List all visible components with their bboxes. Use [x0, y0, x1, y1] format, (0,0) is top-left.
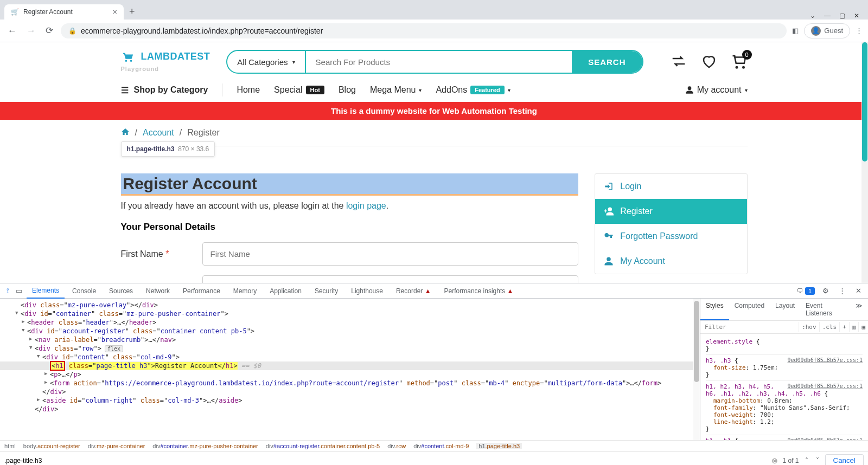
dom-node[interactable]: ▶<form action="https://ecommerce-playgro…	[0, 379, 700, 388]
maximize-button[interactable]: ▢	[839, 12, 845, 20]
dom-node[interactable]: </div>	[0, 405, 700, 414]
bc-body[interactable]: body.account-register	[23, 443, 80, 449]
sidebar-item-my-account[interactable]: My Account	[595, 249, 746, 274]
dom-node[interactable]: ▼<div id="container" class="mz-pure-push…	[0, 309, 700, 318]
last-name-input[interactable]	[202, 275, 579, 283]
bc-html[interactable]: html	[4, 443, 16, 449]
tab-sources[interactable]: Sources	[104, 284, 138, 298]
dom-breadcrumb: html body.account-register div.mz-pure-c…	[0, 440, 868, 451]
styles-tab-event-listeners[interactable]: Event Listeners	[800, 299, 850, 320]
styles-rules[interactable]: element.style {} 9ed09db6f85…8b57e.css:1…	[700, 334, 868, 440]
wishlist-button[interactable]	[701, 53, 717, 71]
search-category-dropdown[interactable]: All Categories ▾	[227, 51, 305, 73]
tab-security[interactable]: Security	[309, 284, 343, 298]
cancel-button[interactable]: Cancel	[825, 454, 864, 465]
tab-lighthouse[interactable]: Lighthouse	[346, 284, 388, 298]
bc-h1[interactable]: h1.page-title.h3	[476, 443, 522, 449]
gear-icon[interactable]: ⚙	[820, 286, 831, 296]
new-rule-button[interactable]: +	[839, 322, 849, 332]
clear-search-button[interactable]: ⊗	[771, 456, 778, 465]
tab-network[interactable]: Network	[141, 284, 175, 298]
dom-node[interactable]: ▼<div class="row">flex	[0, 344, 700, 353]
hov-button[interactable]: :hov	[799, 322, 819, 332]
shop-by-category-button[interactable]: ☰ Shop by Category	[121, 85, 208, 95]
close-icon[interactable]: ×	[113, 8, 117, 16]
chevron-down-icon[interactable]: ⌄	[810, 12, 815, 20]
dom-node[interactable]: </div>	[0, 388, 700, 396]
computed-toggle-button[interactable]: ▥	[849, 322, 859, 332]
breadcrumb-account[interactable]: Account	[143, 128, 174, 138]
url-input[interactable]: 🔒 ecommerce-playground.lambdatest.io/ind…	[61, 23, 787, 38]
device-toolbar-button[interactable]: ▭	[14, 286, 24, 296]
styles-tab-computed[interactable]: Computed	[729, 299, 770, 320]
reload-button[interactable]: ⟳	[43, 23, 55, 38]
login-page-link[interactable]: login page	[346, 201, 386, 210]
forward-button[interactable]: →	[24, 23, 38, 38]
tab-application[interactable]: Application	[264, 284, 307, 298]
css-source-link[interactable]: 9ed09db6f85…8b57e.css:1	[788, 383, 863, 389]
dom-node[interactable]: ▼<div id="content" class="col-md-9">	[0, 353, 700, 361]
dom-node[interactable]: <div class="mz-pure-overlay"></div>	[0, 301, 700, 309]
cart-button[interactable]: 0	[731, 53, 748, 71]
nav-special[interactable]: SpecialHot	[274, 85, 324, 95]
nav-addons[interactable]: AddOnsFeatured▾	[436, 85, 510, 95]
bc-div1[interactable]: div.mz-pure-container	[88, 443, 145, 449]
search-prev-button[interactable]: ˄	[803, 457, 810, 464]
dom-node[interactable]: ▶<header class="header">…</header>	[0, 318, 700, 327]
sidebar-item-register[interactable]: Register	[595, 199, 746, 224]
scrollbar-thumb[interactable]	[694, 301, 699, 382]
search-next-button[interactable]: ˅	[814, 457, 821, 464]
profile-button[interactable]: 👤 Guest	[804, 23, 850, 38]
minimize-button[interactable]: —	[824, 12, 831, 20]
close-devtools-button[interactable]: ✕	[853, 286, 864, 296]
styles-tab-styles[interactable]: Styles	[700, 299, 729, 320]
browser-tab[interactable]: 🛒 Register Account ×	[4, 4, 124, 20]
bc-div5[interactable]: div#content.col-md-9	[413, 443, 469, 449]
nav-blog[interactable]: Blog	[339, 85, 356, 95]
styles-filter-input[interactable]	[700, 321, 799, 333]
back-button[interactable]: ←	[5, 23, 19, 38]
sidebar-item-forgotten-password[interactable]: Forgotten Password	[595, 224, 746, 249]
tab-elements[interactable]: Elements	[27, 283, 65, 299]
tab-performance[interactable]: Performance	[177, 284, 226, 298]
tab-memory[interactable]: Memory	[228, 284, 262, 298]
sidebar-item-login[interactable]: Login	[595, 174, 746, 199]
dom-tree[interactable]: ⋯ <div class="mz-pure-overlay"></div> ▼<…	[0, 299, 700, 440]
menu-icon[interactable]: ⋮	[856, 27, 863, 35]
kebab-icon[interactable]: ⋮	[837, 286, 848, 296]
scrollbar-thumb[interactable]	[862, 42, 867, 162]
nav-home[interactable]: Home	[237, 85, 260, 95]
css-source-link[interactable]: 9ed09db6f85…8b57e.css:1	[788, 357, 863, 363]
tab-performance-insights[interactable]: Performance insights ▲	[439, 284, 519, 298]
viewport-scrollbar[interactable]: ▴	[861, 42, 868, 283]
inspect-element-button[interactable]: ⟟	[4, 286, 11, 296]
tab-recorder[interactable]: Recorder ▲	[391, 284, 437, 298]
first-name-input[interactable]	[202, 242, 579, 266]
search-button[interactable]: SEARCH	[572, 51, 642, 73]
bc-div3[interactable]: div#account-register.container.content.p…	[266, 443, 380, 449]
search-input[interactable]	[306, 51, 572, 73]
styles-tab-layout[interactable]: Layout	[770, 299, 800, 320]
tab-console[interactable]: Console	[67, 284, 101, 298]
bc-div4[interactable]: div.row	[387, 443, 406, 449]
close-window-button[interactable]: ✕	[854, 12, 859, 20]
new-tab-button[interactable]: +	[124, 4, 141, 20]
issues-icon[interactable]: 🗨 1	[797, 287, 815, 295]
styles-side-button[interactable]: ▣	[858, 322, 868, 332]
panel-icon[interactable]: ◧	[792, 27, 799, 35]
dom-node[interactable]: ▶<p>…</p>	[0, 370, 700, 379]
devtools-search-input[interactable]	[4, 455, 767, 466]
bc-div2[interactable]: div#container.mz-pure-pusher-container	[152, 443, 258, 449]
cls-button[interactable]: .cls	[819, 322, 840, 332]
nav-my-account[interactable]: My account▾	[685, 85, 748, 95]
dom-node[interactable]: ▼<div id="account-register" class="conta…	[0, 327, 700, 335]
compare-button[interactable]	[671, 53, 687, 71]
dom-node[interactable]: ▶<aside id="column-right" class="col-md-…	[0, 396, 700, 405]
dom-scrollbar[interactable]	[693, 299, 700, 440]
nav-mega-menu[interactable]: Mega Menu▾	[370, 85, 422, 95]
dom-node[interactable]: ▶<nav aria-label="breadcrumb">…</nav>	[0, 335, 700, 344]
dom-node-selected[interactable]: <h1 class="page-title h3">Register Accou…	[0, 361, 700, 370]
styles-more[interactable]: ≫	[850, 299, 868, 320]
site-logo[interactable]: LAMBDATEST Playground	[121, 51, 210, 73]
home-icon[interactable]	[121, 127, 130, 138]
